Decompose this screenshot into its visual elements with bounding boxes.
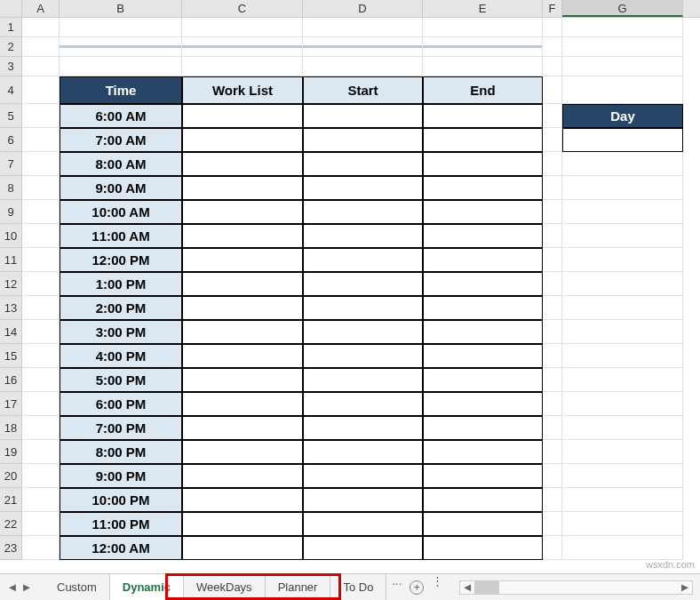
cell-A21[interactable] <box>22 488 60 512</box>
table-cell[interactable] <box>303 464 423 488</box>
row-header-10[interactable]: 10 <box>0 224 22 248</box>
cell-B2[interactable] <box>60 37 182 57</box>
cell-G19[interactable] <box>562 440 683 464</box>
col-header-A[interactable]: A <box>22 0 60 17</box>
cell-F21[interactable] <box>543 488 562 512</box>
cell-F17[interactable] <box>543 392 562 416</box>
time-cell[interactable]: 7:00 PM <box>60 416 182 440</box>
cell-C1[interactable] <box>182 18 303 37</box>
cell-F8[interactable] <box>543 176 562 200</box>
table-cell[interactable] <box>182 272 303 296</box>
row-header-14[interactable]: 14 <box>0 320 22 344</box>
tabs-overflow[interactable]: ... <box>386 574 407 600</box>
row-header-19[interactable]: 19 <box>0 440 22 464</box>
cell-D1[interactable] <box>303 18 423 37</box>
cell-A14[interactable] <box>22 320 60 344</box>
row-header-2[interactable]: 2 <box>0 37 22 57</box>
table-cell[interactable] <box>303 272 423 296</box>
table-cell[interactable] <box>182 296 303 320</box>
row-header-22[interactable]: 22 <box>0 512 22 536</box>
cell-F22[interactable] <box>543 512 562 536</box>
cell-F19[interactable] <box>543 440 562 464</box>
scroll-right-icon[interactable]: ► <box>678 580 692 594</box>
time-cell[interactable]: 10:00 PM <box>60 488 182 512</box>
cell-A22[interactable] <box>22 512 60 536</box>
table-cell[interactable] <box>182 128 303 152</box>
time-cell[interactable]: 11:00 PM <box>60 512 182 536</box>
cell-B3[interactable] <box>60 57 182 76</box>
col-header-G[interactable]: G <box>562 0 683 17</box>
cell-G2[interactable] <box>562 37 683 57</box>
scroll-left-icon[interactable]: ◄ <box>460 580 474 594</box>
table-cell[interactable] <box>303 224 423 248</box>
cell-F12[interactable] <box>543 272 562 296</box>
tab-next-icon[interactable]: ► <box>21 581 32 594</box>
cell-G9[interactable] <box>562 200 683 224</box>
cell-F2[interactable] <box>543 37 562 57</box>
cell-G18[interactable] <box>562 416 683 440</box>
table-cell[interactable] <box>182 248 303 272</box>
table-cell[interactable] <box>423 200 543 224</box>
scroll-thumb[interactable] <box>474 581 499 594</box>
row-header-7[interactable]: 7 <box>0 152 22 176</box>
cell-A16[interactable] <box>22 368 60 392</box>
time-cell[interactable]: 2:00 PM <box>60 296 182 320</box>
time-cell[interactable]: 6:00 PM <box>60 392 182 416</box>
time-cell[interactable]: 7:00 AM <box>60 128 182 152</box>
horizontal-scrollbar[interactable]: ◄ ► <box>459 580 693 595</box>
table-cell[interactable] <box>303 416 423 440</box>
cell-F14[interactable] <box>543 320 562 344</box>
tab-todo[interactable]: To Do <box>330 574 386 600</box>
table-cell[interactable] <box>423 392 543 416</box>
table-cell[interactable] <box>182 512 303 536</box>
row-header-21[interactable]: 21 <box>0 488 22 512</box>
tab-weekdays[interactable]: WeekDays <box>184 574 266 600</box>
cell-F15[interactable] <box>543 344 562 368</box>
cell-F18[interactable] <box>543 416 562 440</box>
tab-dynamic[interactable]: Dynamic <box>110 574 184 600</box>
table-cell[interactable] <box>423 488 543 512</box>
table-cell[interactable] <box>182 176 303 200</box>
row-header-1[interactable]: 1 <box>0 18 22 37</box>
cell-F16[interactable] <box>543 368 562 392</box>
cell-A4[interactable] <box>22 76 60 104</box>
table-cell[interactable] <box>423 464 543 488</box>
cell-A8[interactable] <box>22 176 60 200</box>
time-cell[interactable]: 6:00 AM <box>60 104 182 128</box>
row-header-20[interactable]: 20 <box>0 464 22 488</box>
day-header[interactable]: Day <box>562 104 683 128</box>
table-cell[interactable] <box>303 488 423 512</box>
table-cell[interactable] <box>303 152 423 176</box>
table-cell[interactable] <box>182 320 303 344</box>
table-cell[interactable] <box>423 320 543 344</box>
row-header-5[interactable]: 5 <box>0 104 22 128</box>
cell-A10[interactable] <box>22 224 60 248</box>
tab-custom[interactable]: Custom <box>44 574 110 600</box>
cell-A9[interactable] <box>22 200 60 224</box>
col-header-C[interactable]: C <box>182 0 303 17</box>
table-cell[interactable] <box>182 344 303 368</box>
row-header-23[interactable]: 23 <box>0 536 22 560</box>
table-cell[interactable] <box>423 296 543 320</box>
table-cell[interactable] <box>303 392 423 416</box>
table-cell[interactable] <box>423 368 543 392</box>
cell-E1[interactable] <box>423 18 543 37</box>
cell-G16[interactable] <box>562 368 683 392</box>
time-cell[interactable]: 5:00 PM <box>60 368 182 392</box>
table-cell[interactable] <box>303 248 423 272</box>
time-cell[interactable]: 4:00 PM <box>60 344 182 368</box>
cell-G13[interactable] <box>562 296 683 320</box>
col-header-E[interactable]: E <box>423 0 543 17</box>
table-cell[interactable] <box>303 320 423 344</box>
cell-G1[interactable] <box>562 18 683 37</box>
cell-A3[interactable] <box>22 57 60 76</box>
cell-A17[interactable] <box>22 392 60 416</box>
cell-G4[interactable] <box>562 76 683 104</box>
cell-C3[interactable] <box>182 57 303 76</box>
cell-F23[interactable] <box>543 536 562 560</box>
table-cell[interactable] <box>182 200 303 224</box>
table-cell[interactable] <box>182 464 303 488</box>
cell-A13[interactable] <box>22 296 60 320</box>
cell-A23[interactable] <box>22 536 60 560</box>
scroll-track[interactable] <box>474 581 678 594</box>
